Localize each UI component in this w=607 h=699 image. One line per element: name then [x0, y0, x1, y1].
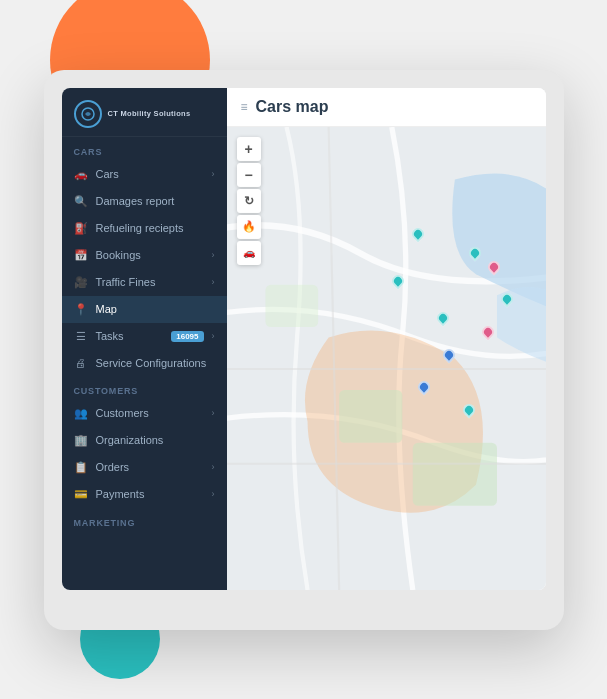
sidebar-item-traffic-fines[interactable]: 🎥 Traffic Fines › [62, 269, 227, 296]
map-background [227, 127, 546, 590]
sidebar-item-bookings[interactable]: 📅 Bookings › [62, 242, 227, 269]
car-map-button[interactable]: 🚗 [237, 241, 261, 265]
section-label-cars: Cars [62, 137, 227, 161]
chevron-icon: › [212, 277, 215, 287]
sidebar-item-refueling[interactable]: ⛽ Refueling reciepts [62, 215, 227, 242]
car-icon: 🚗 [74, 168, 88, 181]
list-icon: ☰ [74, 330, 88, 343]
sidebar-item-service-config[interactable]: 🖨 Service Configurations [62, 350, 227, 376]
sidebar-item-cars[interactable]: 🚗 Cars › [62, 161, 227, 188]
sidebar-item-damages-report[interactable]: 🔍 Damages report [62, 188, 227, 215]
zoom-out-button[interactable]: − [237, 163, 261, 187]
printer-icon: 🖨 [74, 357, 88, 369]
sidebar-item-label: Refueling reciepts [96, 222, 215, 234]
chevron-icon: › [212, 331, 215, 341]
payments-icon: 💳 [74, 488, 88, 501]
camera-icon: 🎥 [74, 276, 88, 289]
logo-icon [74, 100, 102, 128]
menu-lines-icon: ≡ [241, 100, 248, 114]
laptop-frame: CT Mobility Solutions Cars 🚗 Cars › 🔍 Da… [44, 70, 564, 630]
fuel-icon: ⛽ [74, 222, 88, 235]
chevron-icon: › [212, 489, 215, 499]
sidebar-header: CT Mobility Solutions [62, 88, 227, 137]
sidebar-item-label: Organizations [96, 434, 215, 446]
svg-rect-4 [265, 284, 318, 326]
sidebar: CT Mobility Solutions Cars 🚗 Cars › 🔍 Da… [62, 88, 227, 590]
sidebar-item-label: Tasks [96, 330, 164, 342]
sidebar-item-label: Traffic Fines [96, 276, 204, 288]
sidebar-item-label: Service Configurations [96, 357, 215, 369]
map-controls: + − ↻ 🔥 🚗 [237, 137, 261, 265]
svg-rect-3 [412, 442, 496, 505]
section-label-customers: Customers [62, 376, 227, 400]
sidebar-item-organizations[interactable]: 🏢 Organizations [62, 427, 227, 454]
page-title: Cars map [256, 98, 329, 116]
sidebar-item-label: Bookings [96, 249, 204, 261]
laptop-screen: CT Mobility Solutions Cars 🚗 Cars › 🔍 Da… [62, 88, 546, 590]
chevron-icon: › [212, 250, 215, 260]
sidebar-item-orders[interactable]: 📋 Orders › [62, 454, 227, 481]
calendar-icon: 📅 [74, 249, 88, 262]
main-header: ≡ Cars map [227, 88, 546, 127]
sidebar-item-payments[interactable]: 💳 Payments › [62, 481, 227, 508]
main-content: ≡ Cars map [227, 88, 546, 590]
sidebar-item-label: Orders [96, 461, 204, 473]
sidebar-item-label: Cars [96, 168, 204, 180]
sidebar-item-map[interactable]: 📍 Map [62, 296, 227, 323]
orders-icon: 📋 [74, 461, 88, 474]
sidebar-item-customers[interactable]: 👥 Customers › [62, 400, 227, 427]
refresh-button[interactable]: ↻ [237, 189, 261, 213]
map-pin-icon: 📍 [74, 303, 88, 316]
search-icon: 🔍 [74, 195, 88, 208]
chevron-icon: › [212, 462, 215, 472]
chevron-icon: › [212, 408, 215, 418]
zoom-in-button[interactable]: + [237, 137, 261, 161]
customers-icon: 👥 [74, 407, 88, 420]
logo-text: CT Mobility Solutions [108, 109, 191, 119]
chevron-icon: › [212, 169, 215, 179]
building-icon: 🏢 [74, 434, 88, 447]
svg-rect-2 [339, 390, 402, 443]
map-container: + − ↻ 🔥 🚗 [227, 127, 546, 590]
sidebar-item-label: Payments [96, 488, 204, 500]
tasks-badge: 16095 [171, 331, 203, 342]
fire-button[interactable]: 🔥 [237, 215, 261, 239]
sidebar-item-label: Map [96, 303, 215, 315]
sidebar-item-tasks[interactable]: ☰ Tasks 16095 › [62, 323, 227, 350]
section-label-marketing: Marketing [62, 508, 227, 532]
sidebar-item-label: Customers [96, 407, 204, 419]
sidebar-item-label: Damages report [96, 195, 215, 207]
